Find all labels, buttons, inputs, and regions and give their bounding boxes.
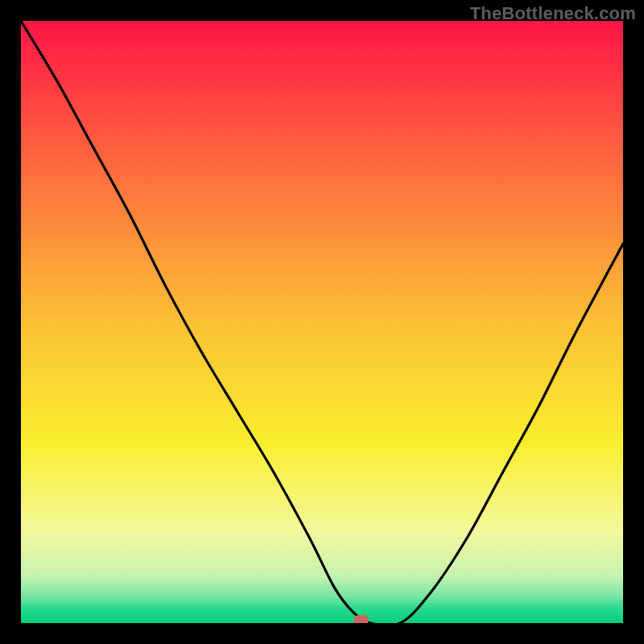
plot-area <box>21 21 623 623</box>
chart-frame: TheBottleneck.com <box>0 0 644 644</box>
chart-svg <box>21 21 623 623</box>
gradient-background <box>21 21 623 623</box>
optimal-marker <box>354 615 369 623</box>
